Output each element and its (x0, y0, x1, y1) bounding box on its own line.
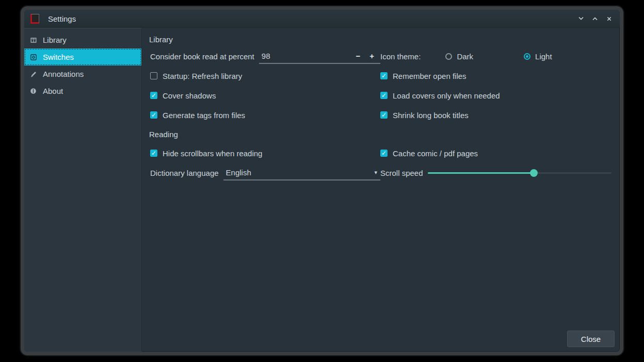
dropdown-arrow-icon: ▾ (374, 169, 377, 176)
checkbox-cache-pages[interactable] (380, 150, 388, 157)
checkbox-label[interactable]: Cache comic / pdf pages (393, 149, 478, 158)
scroll-speed-slider[interactable] (428, 169, 611, 177)
section-header-library: Library (148, 32, 615, 46)
checkbox-hide-scrollbars[interactable] (150, 150, 157, 157)
read-percent-value[interactable]: 98 (262, 52, 351, 60)
radio-light[interactable] (524, 53, 530, 60)
checkbox-label[interactable]: Generate tags from files (163, 111, 245, 120)
radio-dark[interactable] (445, 53, 452, 60)
section-header-reading: Reading (148, 125, 615, 143)
sidebar-item-label: Annotations (43, 70, 84, 78)
row-checkboxes-1: Startup: Refresh library Remember open f… (148, 66, 615, 86)
checkbox-label[interactable]: Load covers only when needed (393, 91, 500, 100)
read-percent-label: Consider book read at percent (150, 52, 254, 61)
sidebar-item-label: Library (43, 36, 67, 44)
read-percent-spinbox[interactable]: 98 − + (259, 48, 380, 64)
maximize-button[interactable] (591, 15, 599, 22)
window-title: Settings (48, 14, 76, 23)
decrement-button[interactable]: − (351, 52, 365, 60)
close-window-button[interactable] (605, 15, 613, 22)
minimize-button[interactable] (577, 15, 585, 22)
checkbox-label[interactable]: Remember open files (393, 72, 466, 80)
row-checkboxes-3: Generate tags from files Shrink long boo… (148, 105, 615, 125)
app-book-icon (30, 14, 39, 24)
sidebar-item-switches[interactable]: Switches (24, 48, 141, 65)
titlebar: Settings (24, 10, 620, 28)
dictionary-language-value: English (226, 168, 375, 177)
radio-light-label[interactable]: Light (535, 52, 552, 61)
sidebar-item-about[interactable]: About (24, 83, 141, 100)
dictionary-language-label: Dictionary language (150, 169, 219, 177)
dictionary-language-select[interactable]: English ▾ (223, 165, 380, 180)
increment-button[interactable]: + (365, 52, 379, 60)
pen-icon (29, 70, 37, 78)
checkbox-startup-refresh[interactable] (150, 72, 157, 79)
settings-content: Library Consider book read at percent 98… (142, 28, 620, 352)
slider-handle[interactable] (530, 169, 538, 177)
sidebar-item-library[interactable]: Library (24, 31, 141, 48)
checkbox-remember-open-files[interactable] (380, 72, 388, 79)
chevron-down-icon (578, 15, 584, 22)
chevron-up-icon (592, 15, 598, 22)
gear-icon (29, 53, 37, 61)
sidebar-item-label: Switches (43, 53, 74, 61)
checkbox-label[interactable]: Startup: Refresh library (163, 72, 242, 80)
info-icon (29, 87, 37, 95)
scroll-speed-label: Scroll speed (380, 169, 423, 177)
row-checkboxes-2: Cover shadows Load covers only when need… (148, 86, 615, 105)
window-controls (577, 15, 613, 22)
row-dictionary-scroll: Dictionary language English ▾ Scroll spe… (148, 163, 615, 183)
sidebar: Library Switches Annotations About (24, 28, 142, 352)
icon-theme-label: Icon theme: (380, 52, 421, 61)
checkbox-label[interactable]: Hide scrollbars when reading (163, 149, 262, 158)
radio-dark-label[interactable]: Dark (457, 52, 473, 61)
close-button[interactable]: Close (567, 331, 615, 347)
row-checkboxes-4: Hide scrollbars when reading Cache comic… (148, 143, 615, 163)
sidebar-item-annotations[interactable]: Annotations (24, 65, 141, 83)
settings-window: Settings Library (21, 6, 623, 355)
checkbox-shrink-titles[interactable] (380, 111, 388, 119)
book-icon (29, 36, 37, 44)
checkbox-label[interactable]: Shrink long book titles (393, 111, 469, 120)
checkbox-load-covers[interactable] (380, 92, 388, 99)
row-read-percent-icon-theme: Consider book read at percent 98 − + Ico… (148, 46, 615, 66)
checkbox-cover-shadows[interactable] (150, 92, 157, 99)
close-icon (606, 16, 612, 22)
window-body: Library Switches Annotations About (24, 28, 620, 352)
checkbox-label[interactable]: Cover shadows (163, 91, 216, 100)
sidebar-item-label: About (43, 87, 63, 95)
checkbox-generate-tags[interactable] (150, 111, 157, 119)
slider-fill (428, 172, 535, 174)
